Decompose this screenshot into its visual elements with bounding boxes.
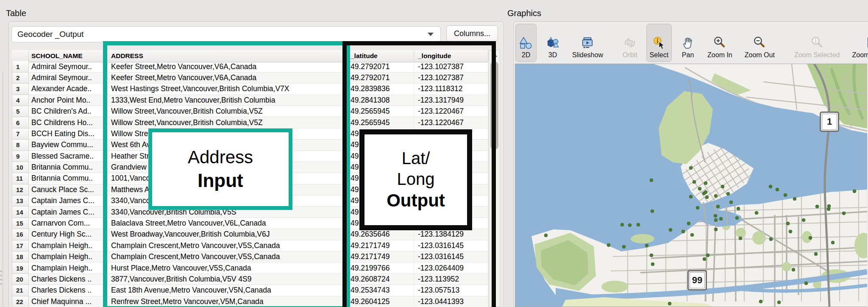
row-number-cell[interactable]: 9 (12, 151, 29, 162)
school-point[interactable] (729, 201, 733, 204)
school-point[interactable] (544, 234, 548, 237)
school-point[interactable] (706, 254, 709, 257)
row-number-cell[interactable]: 20 (12, 274, 29, 285)
school-point[interactable] (776, 188, 779, 191)
column-header-_longitude[interactable]: _longitude (414, 50, 488, 62)
pane-divider[interactable] (0, 71, 3, 307)
school-point[interactable] (650, 254, 653, 257)
longitude-cell[interactable]: -123.1027387 (414, 73, 488, 84)
school-name-cell[interactable]: Century High Sc... (29, 229, 107, 240)
school-point[interactable] (669, 228, 672, 232)
school-point[interactable] (789, 230, 792, 233)
row-number-cell[interactable]: 22 (12, 296, 29, 307)
school-point[interactable] (668, 302, 671, 305)
address-cell[interactable]: Keefer Street,Metro Vancouver,V6A,Canada (107, 73, 343, 84)
school-name-cell[interactable]: Charles Dickens .. (29, 274, 107, 285)
row-number-cell[interactable]: 2 (12, 73, 29, 84)
table-scrollbar[interactable] (489, 50, 500, 307)
school-point[interactable] (827, 207, 830, 211)
longitude-cell[interactable]: -123.1118312 (414, 84, 488, 95)
school-point[interactable] (714, 214, 717, 218)
latitude-cell[interactable]: 49.2635646 (343, 229, 414, 240)
school-point[interactable] (703, 257, 706, 261)
longitude-cell[interactable]: -123.057513 (414, 285, 488, 296)
latitude-cell[interactable]: 49.2841308 (343, 95, 414, 106)
row-number-cell[interactable]: 7 (12, 128, 29, 140)
address-cell[interactable]: West Hastings Street,Vancouver,British C… (107, 84, 343, 95)
columns-button[interactable]: Columns... (446, 25, 498, 42)
school-point[interactable] (651, 209, 654, 213)
row-number-cell[interactable]: 3 (12, 84, 29, 95)
row-number-cell[interactable]: 12 (12, 184, 29, 195)
row-number-cell[interactable]: 16 (12, 229, 29, 240)
address-cell[interactable]: Balaclava Street,Metro Vancouver,V6L,Can… (107, 218, 343, 229)
row-number-cell[interactable]: 14 (12, 207, 29, 218)
school-name-cell[interactable]: BC Childrens Ho... (29, 117, 107, 128)
school-point[interactable] (620, 223, 624, 226)
school-point[interactable] (804, 282, 808, 285)
row-number-cell[interactable]: 10 (12, 162, 29, 173)
school-point[interactable] (737, 207, 740, 210)
row-number-cell[interactable]: 6 (12, 117, 29, 128)
school-point[interactable] (696, 206, 699, 209)
toolbar-button-zoom-extents[interactable]: Zoom Extents (849, 24, 868, 62)
school-point[interactable] (714, 218, 718, 222)
school-name-cell[interactable]: Charles Dickens .. (29, 285, 107, 296)
school-name-cell[interactable]: Admiral Seymour.. (29, 61, 107, 72)
school-point[interactable] (786, 222, 790, 225)
school-point[interactable] (693, 180, 696, 184)
school-point[interactable] (698, 187, 701, 190)
longitude-cell[interactable]: -123.0441393 (414, 296, 488, 307)
address-cell[interactable]: Hurst Place,Metro Vancouver,V5S,Canada (107, 262, 343, 274)
school-point[interactable] (735, 216, 739, 220)
row-number-cell[interactable]: 4 (12, 95, 29, 106)
school-point[interactable] (809, 236, 812, 240)
school-point[interactable] (831, 241, 835, 244)
dataset-dropdown[interactable]: Geocoder _Output (11, 26, 441, 42)
school-point[interactable] (704, 181, 707, 185)
school-point[interactable] (853, 190, 856, 193)
school-name-cell[interactable]: Anchor Point Mo.. (29, 95, 107, 106)
school-point[interactable] (704, 190, 707, 194)
toolbar-button-pan[interactable]: Pan (677, 24, 698, 62)
school-point[interactable] (714, 194, 718, 198)
row-number-cell[interactable]: 17 (12, 240, 29, 251)
school-point[interactable] (793, 197, 796, 201)
school-name-cell[interactable]: Alexander Acade.. (29, 84, 107, 95)
longitude-cell[interactable]: -123.0316145 (414, 251, 488, 262)
school-name-cell[interactable]: Champlain Heigh.. (29, 251, 107, 262)
row-number-cell[interactable]: 11 (12, 173, 29, 184)
address-cell[interactable]: Champlain Crescent,Metro Vancouver,V5S,C… (107, 240, 343, 251)
school-point[interactable] (716, 205, 720, 208)
toolbar-button-2d[interactable]: 2D (515, 24, 537, 62)
column-header-SCHOOL_NAME[interactable]: SCHOOL_NAME (29, 50, 107, 62)
school-point[interactable] (689, 195, 693, 198)
school-point[interactable] (815, 205, 819, 208)
school-point[interactable] (682, 230, 685, 233)
address-cell[interactable]: West Broadway,Vancouver,British Columbia… (107, 229, 343, 240)
school-name-cell[interactable]: Champlain Heigh.. (29, 240, 107, 251)
school-point[interactable] (827, 204, 831, 208)
latitude-cell[interactable]: 49.2199766 (343, 262, 414, 274)
address-cell[interactable]: Keefer Street,Metro Vancouver,V6A,Canada (107, 61, 343, 72)
latitude-cell[interactable]: 49.2565945 (343, 117, 414, 128)
toolbar-button-3d[interactable]: 3D (542, 24, 563, 62)
school-point[interactable] (726, 192, 730, 195)
row-number-cell[interactable]: 1 (12, 61, 29, 72)
school-point[interactable] (651, 262, 654, 266)
address-cell[interactable]: Renfrew Street,Metro Vancouver,V5M,Canad… (107, 296, 343, 307)
school-point[interactable] (622, 245, 626, 248)
school-point[interactable] (739, 237, 742, 240)
address-cell[interactable]: 1333,West End,Metro Vancouver,British Co… (107, 95, 343, 106)
longitude-cell[interactable]: -123.1317949 (414, 95, 488, 106)
row-number-cell[interactable]: 8 (12, 140, 29, 151)
column-header-ADDRESS[interactable]: ADDRESS (107, 50, 343, 62)
school-point[interactable] (690, 233, 694, 237)
longitude-cell[interactable]: -123.0316145 (414, 240, 488, 251)
school-point[interactable] (687, 222, 690, 225)
school-name-cell[interactable]: Captain James C... (29, 207, 107, 218)
address-cell[interactable]: East 18th Avenue,Metro Vancouver,V5N,Can… (107, 285, 343, 296)
address-cell[interactable]: Willow Street,Vancouver,British Columbia… (107, 117, 343, 128)
longitude-cell[interactable]: -123.0264409 (414, 262, 488, 274)
longitude-cell[interactable]: -123.1220467 (414, 106, 488, 117)
